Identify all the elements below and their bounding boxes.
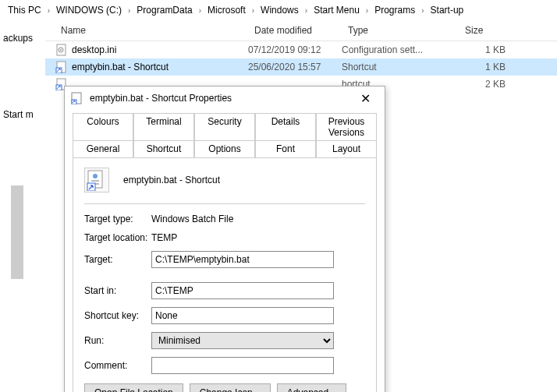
shortcut-name-label: emptybin.bat - Shortcut	[123, 175, 220, 185]
tab-general[interactable]: General	[73, 140, 133, 157]
shortcut-file-icon	[71, 92, 83, 104]
breadcrumb[interactable]: This PC› WINDOWS (C:)› ProgramData› Micr…	[0, 0, 557, 20]
run-select[interactable]: Minimised	[151, 332, 334, 349]
chevron-right-icon: ›	[363, 6, 371, 15]
col-size[interactable]: Size	[459, 20, 521, 41]
crumb-microsoft[interactable]: Microsoft	[204, 3, 249, 17]
tab-shortcut[interactable]: Shortcut	[133, 140, 194, 157]
shortcut-key-input[interactable]	[151, 307, 334, 324]
file-modified: 25/06/2020 15:57	[248, 62, 342, 72]
dialog-title: emptybin.bat - Shortcut Properties	[90, 93, 353, 104]
file-type: Configuration sett...	[342, 44, 459, 55]
tab-font[interactable]: Font	[255, 140, 316, 157]
sidebar-item[interactable]: Start m	[0, 108, 45, 122]
crumb-startmenu[interactable]: Start Menu	[310, 3, 363, 17]
file-row[interactable]: emptybin.bat - Shortcut25/06/2020 15:57S…	[45, 58, 557, 76]
startin-label: Start in:	[84, 285, 151, 296]
file-row[interactable]: desktop.ini07/12/2019 09:12Configuration…	[45, 41, 557, 58]
target-input[interactable]	[151, 251, 334, 268]
open-file-location-button[interactable]: Open File Location	[84, 383, 183, 392]
svg-point-10	[93, 174, 98, 178]
target-type-label: Target type:	[84, 214, 151, 224]
config-file-icon	[55, 44, 69, 56]
chevron-right-icon: ›	[302, 6, 310, 15]
crumb-thispc[interactable]: This PC	[5, 3, 44, 17]
chevron-right-icon: ›	[44, 6, 53, 15]
advanced-button[interactable]: Advanced...	[277, 383, 346, 392]
tab-options[interactable]: Options	[194, 140, 255, 157]
shortcut-large-icon	[84, 168, 109, 192]
column-headers: Name Date modified Type Size	[45, 20, 557, 41]
target-label: Target:	[84, 254, 151, 265]
crumb-drive[interactable]: WINDOWS (C:)	[53, 3, 125, 17]
tab-colours[interactable]: Colours	[73, 113, 133, 141]
startin-input[interactable]	[151, 282, 334, 299]
chevron-right-icon: ›	[418, 6, 427, 15]
crumb-startup[interactable]: Start-up	[428, 3, 467, 17]
file-size: 1 KB	[459, 44, 513, 55]
file-size: 1 KB	[459, 62, 513, 72]
tab-strip: ColoursTerminalSecurityDetailsPrevious V…	[73, 113, 377, 157]
file-name: desktop.ini	[72, 44, 248, 55]
col-name[interactable]: Name	[45, 20, 248, 41]
tab-details[interactable]: Details	[255, 113, 316, 141]
tab-security[interactable]: Security	[194, 113, 255, 141]
close-button[interactable]: ✕	[353, 88, 378, 109]
tab-previous-versions[interactable]: Previous Versions	[316, 113, 377, 141]
file-modified: 07/12/2019 09:12	[248, 44, 342, 55]
shortcut-file-icon	[55, 61, 69, 73]
shortcut-key-label: Shortcut key:	[84, 310, 151, 321]
tab-layout[interactable]: Layout	[316, 140, 377, 157]
target-location-label: Target location:	[84, 232, 151, 243]
properties-dialog: emptybin.bat - Shortcut Properties ✕ Col…	[64, 86, 385, 392]
file-type: Shortcut	[342, 62, 459, 72]
run-label: Run:	[84, 335, 151, 346]
crumb-programdata[interactable]: ProgramData	[133, 3, 195, 17]
file-size: 2 KB	[459, 79, 513, 90]
chevron-right-icon: ›	[249, 6, 257, 15]
tab-panel-shortcut: emptybin.bat - Shortcut Target type: Win…	[73, 157, 377, 392]
chevron-right-icon: ›	[196, 6, 204, 15]
scrollbar-thumb[interactable]	[11, 185, 23, 279]
col-type[interactable]: Type	[342, 20, 459, 41]
dialog-titlebar[interactable]: emptybin.bat - Shortcut Properties ✕	[65, 87, 385, 110]
change-icon-button[interactable]: Change Icon...	[190, 383, 271, 392]
crumb-programs[interactable]: Programs	[371, 3, 418, 17]
svg-point-2	[60, 49, 62, 51]
chevron-right-icon: ›	[125, 6, 133, 15]
sidebar-item[interactable]: ackups	[0, 31, 45, 45]
target-type-value: Windows Batch File	[151, 214, 233, 224]
svg-rect-11	[91, 180, 99, 182]
crumb-windows[interactable]: Windows	[257, 3, 302, 17]
col-modified[interactable]: Date modified	[248, 20, 342, 41]
comment-input[interactable]	[151, 357, 334, 374]
file-name: emptybin.bat - Shortcut	[72, 62, 248, 72]
comment-label: Comment:	[84, 360, 151, 371]
target-location-value: TEMP	[151, 232, 177, 243]
tab-terminal[interactable]: Terminal	[133, 113, 194, 141]
